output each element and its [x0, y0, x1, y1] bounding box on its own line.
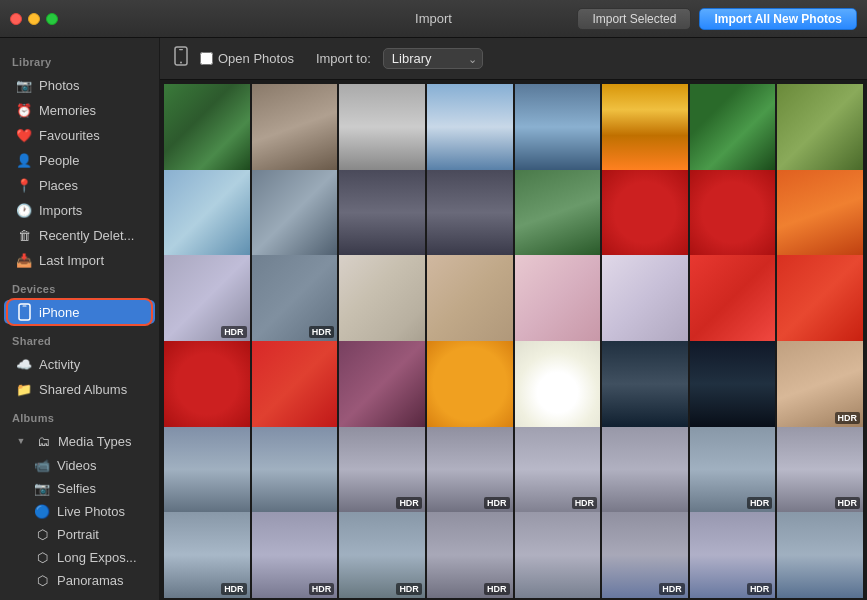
photo-cell[interactable]: HDR: [777, 341, 863, 427]
devices-section-header: Devices: [0, 273, 159, 299]
photo-cell[interactable]: HDR: [690, 512, 776, 598]
photo-cell[interactable]: HDR: [339, 512, 425, 598]
photo-cell[interactable]: [777, 170, 863, 256]
sidebar-item-label: Imports: [39, 203, 82, 218]
import-to-label: Import to:: [316, 51, 371, 66]
photo-cell[interactable]: [777, 255, 863, 341]
photo-cell[interactable]: HDR: [515, 427, 601, 513]
photo-cell[interactable]: [252, 341, 338, 427]
close-button[interactable]: [10, 13, 22, 25]
photo-cell[interactable]: HDR: [252, 512, 338, 598]
photo-cell[interactable]: [427, 84, 513, 170]
photo-cell[interactable]: [777, 512, 863, 598]
photo-cell[interactable]: [427, 255, 513, 341]
sidebar-item-recently-deleted[interactable]: 🗑 Recently Delet...: [4, 223, 155, 247]
portrait-icon: ⬡: [34, 526, 50, 542]
photo-cell[interactable]: HDR: [427, 512, 513, 598]
photo-cell[interactable]: [602, 255, 688, 341]
import-all-button[interactable]: Import All New Photos: [699, 8, 857, 30]
photo-cell[interactable]: [515, 255, 601, 341]
sidebar-item-label: Favourites: [39, 128, 100, 143]
minimize-button[interactable]: [28, 13, 40, 25]
photo-cell[interactable]: [339, 255, 425, 341]
sidebar-item-iphone[interactable]: iPhone: [4, 300, 155, 324]
sidebar-item-panoramas[interactable]: ⬡ Panoramas: [4, 569, 155, 591]
hdr-badge: HDR: [747, 583, 773, 595]
photo-cell[interactable]: [252, 84, 338, 170]
photo-thumbnail: [602, 255, 688, 341]
sidebar-item-long-exposure[interactable]: ⬡ Long Expos...: [4, 546, 155, 568]
photo-cell[interactable]: HDR: [602, 512, 688, 598]
photo-cell[interactable]: [690, 84, 776, 170]
sidebar-item-people[interactable]: 👤 People: [4, 148, 155, 172]
photo-cell[interactable]: [515, 84, 601, 170]
photo-cell[interactable]: [515, 341, 601, 427]
photo-cell[interactable]: [164, 84, 250, 170]
photo-thumbnail: [427, 255, 513, 341]
photo-thumbnail: [164, 84, 250, 170]
sidebar-item-imports[interactable]: 🕐 Imports: [4, 198, 155, 222]
sidebar-item-label: Recently Delet...: [39, 228, 134, 243]
photo-grid: HDRHDRHDRHDRHDRHDRHDRHDRHDRHDRHDRHDRHDRH…: [160, 80, 867, 600]
sidebar-item-last-import[interactable]: 📥 Last Import: [4, 248, 155, 272]
hdr-badge: HDR: [747, 497, 773, 509]
photo-cell[interactable]: [427, 170, 513, 256]
photo-cell[interactable]: [602, 170, 688, 256]
long-exposure-icon: ⬡: [34, 549, 50, 565]
places-icon: 📍: [16, 177, 32, 193]
photo-cell[interactable]: [690, 341, 776, 427]
photo-cell[interactable]: HDR: [427, 427, 513, 513]
photo-cell[interactable]: [602, 341, 688, 427]
photo-thumbnail: [515, 341, 601, 427]
photo-thumbnail: [339, 341, 425, 427]
photo-cell[interactable]: [602, 84, 688, 170]
photo-cell[interactable]: [339, 170, 425, 256]
sidebar-item-photos[interactable]: 📷 Photos: [4, 73, 155, 97]
photo-cell[interactable]: [252, 427, 338, 513]
photo-cell[interactable]: HDR: [339, 427, 425, 513]
sidebar-item-videos[interactable]: 📹 Videos: [4, 454, 155, 476]
hdr-badge: HDR: [309, 583, 335, 595]
photo-cell[interactable]: HDR: [252, 255, 338, 341]
photo-thumbnail: [339, 255, 425, 341]
photo-cell[interactable]: HDR: [164, 255, 250, 341]
photo-cell[interactable]: [515, 170, 601, 256]
import-to-select-wrapper[interactable]: Library Album: [383, 48, 483, 69]
sidebar-item-label: Live Photos: [57, 504, 125, 519]
photo-cell[interactable]: HDR: [164, 512, 250, 598]
photo-cell[interactable]: [164, 341, 250, 427]
sidebar-item-places[interactable]: 📍 Places: [4, 173, 155, 197]
sidebar-item-favourites[interactable]: ❤️ Favourites: [4, 123, 155, 147]
photo-cell[interactable]: [427, 341, 513, 427]
hdr-badge: HDR: [572, 497, 598, 509]
sidebar-item-label: Photos: [39, 78, 79, 93]
photo-cell[interactable]: [252, 170, 338, 256]
photo-thumbnail: [515, 255, 601, 341]
open-photos-checkbox[interactable]: [200, 52, 213, 65]
photo-cell[interactable]: [164, 170, 250, 256]
photo-cell[interactable]: [339, 84, 425, 170]
import-bar: Open Photos Import to: Library Album: [160, 38, 867, 80]
photo-cell[interactable]: [164, 427, 250, 513]
photo-cell[interactable]: [515, 512, 601, 598]
import-selected-button[interactable]: Import Selected: [577, 8, 691, 30]
open-photos-checkbox-label[interactable]: Open Photos: [200, 51, 294, 66]
photo-cell[interactable]: [690, 255, 776, 341]
sidebar-item-media-types[interactable]: ▼ 🗂 Media Types: [4, 429, 155, 453]
photo-cell[interactable]: [777, 84, 863, 170]
photo-cell[interactable]: HDR: [777, 427, 863, 513]
svg-point-4: [180, 62, 182, 64]
photo-cell[interactable]: [602, 427, 688, 513]
photo-cell[interactable]: [690, 170, 776, 256]
photo-cell[interactable]: HDR: [690, 427, 776, 513]
sidebar-item-memories[interactable]: ⏰ Memories: [4, 98, 155, 122]
sidebar-item-live-photos[interactable]: 🔵 Live Photos: [4, 500, 155, 522]
photo-cell[interactable]: [339, 341, 425, 427]
fullscreen-button[interactable]: [46, 13, 58, 25]
sidebar-item-label: Activity: [39, 357, 80, 372]
import-to-select[interactable]: Library Album: [383, 48, 483, 69]
sidebar-item-selfies[interactable]: 📷 Selfies: [4, 477, 155, 499]
sidebar-item-activity[interactable]: ☁️ Activity: [4, 352, 155, 376]
sidebar-item-portrait[interactable]: ⬡ Portrait: [4, 523, 155, 545]
sidebar-item-shared-albums[interactable]: 📁 Shared Albums: [4, 377, 155, 401]
